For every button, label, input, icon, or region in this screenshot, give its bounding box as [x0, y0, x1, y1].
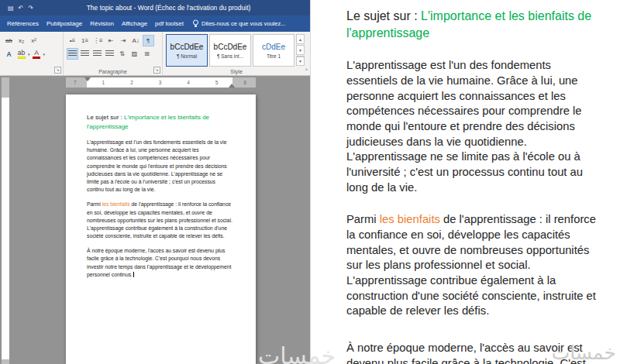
doc-p2-rest: de l'apprentissage : il renforce la conf…: [87, 201, 232, 239]
shading-button[interactable]: ▨: [129, 48, 140, 60]
doc-paragraph-1[interactable]: L'apprentissage est l'un des fondements …: [87, 139, 232, 194]
ruler-number: 4: [187, 77, 190, 88]
ruler-number: 1: [102, 77, 105, 88]
ruler-number: 5: [215, 77, 219, 88]
highlight-color-bar: [18, 57, 26, 59]
styles-gallery-scroll: ▲ ▼ ▼: [296, 34, 305, 66]
right-indent-marker[interactable]: [229, 81, 235, 88]
align-left-button[interactable]: [67, 48, 78, 60]
highlight-color-button[interactable]: ab: [16, 48, 27, 60]
undo-icon[interactable]: ↶: [19, 5, 24, 12]
show-paragraph-marks-button[interactable]: ¶: [143, 35, 154, 46]
subscript-button[interactable]: x₂: [16, 35, 27, 46]
chevron-down-icon[interactable]: ▾: [43, 52, 46, 57]
bullets-button[interactable]: •≡: [67, 35, 78, 46]
sort-button[interactable]: A↓: [130, 35, 142, 46]
styles-gallery: bCcDdEe ¶ Normal bCcDdEe ¶ Sans int... c…: [166, 34, 308, 67]
font-color-button[interactable]: A: [31, 48, 43, 60]
style-card-sans-interligne[interactable]: bCcDdEe ¶ Sans int...: [209, 34, 251, 67]
horizontal-ruler: 7 1 2 3 4 5 6: [66, 77, 256, 88]
tell-me-label: Dites-nous ce que vous voulez...: [202, 20, 285, 27]
tab-affichage[interactable]: Affichage: [118, 15, 151, 32]
doc-paragraph-3[interactable]: À notre époque moderne, l'accès au savoi…: [87, 247, 232, 279]
align-center-icon: [81, 50, 89, 57]
style-preview: bCcDdEe: [170, 43, 204, 51]
word-window: ▤ ↶ ↷ The topic about - Word (Échec de l…: [0, 0, 310, 364]
doc-paragraph-2[interactable]: Parmi les bienfaits de l'apprentissage :…: [87, 201, 232, 240]
zoom-p2-rest: de l'apprentissage : il renforce la conf…: [346, 213, 596, 317]
numbering-button[interactable]: 1≡: [79, 35, 91, 46]
zoomed-text-panel: Le sujet sur : L'importance et les bienf…: [310, 0, 620, 364]
tell-me-box[interactable]: Dites-nous ce que vous voulez...: [192, 19, 310, 28]
align-center-button[interactable]: [79, 48, 91, 60]
tab-publipostage[interactable]: Publipostage: [43, 15, 86, 32]
text-effects-button[interactable]: A: [3, 48, 15, 60]
doc-p3-text: À notre époque moderne, l'accès au savoi…: [87, 248, 231, 277]
justify-icon: [105, 50, 114, 57]
zoom-title-prefix: Le sujet sur :: [346, 9, 421, 22]
ruler-numbers: 7 1 2 3 4 5 6: [66, 77, 256, 88]
borders-button[interactable]: ⊞: [141, 48, 153, 60]
ribbon-tab-bar: Références Publipostage Révision Afficha…: [0, 15, 310, 32]
ribbon: ab x₂ x² A ab ▾ A: [0, 32, 310, 76]
lightbulb-icon: [192, 19, 199, 28]
line-spacing-button[interactable]: ⇅: [116, 48, 128, 60]
doc-title[interactable]: Le sujet sur : L'importance et les bienf…: [87, 113, 232, 132]
paragraph-group: •≡ 1≡ ⋮≡ ⇤ ⇥ A↓ ¶ ⇅ ▨ ⊞ Paragra: [64, 32, 163, 75]
increase-indent-button[interactable]: ⇥: [118, 35, 129, 46]
style-label: ¶ Normal: [177, 53, 197, 59]
ruler-number: 3: [159, 77, 162, 88]
ruler-number: 2: [130, 77, 133, 88]
doc-p2-highlight: les bienfaits: [102, 201, 130, 207]
title-bar: ▤ ↶ ↷ The topic about - Word (Échec de l…: [0, 0, 310, 15]
font-color-bar: [33, 57, 40, 59]
align-left-icon: [68, 50, 77, 57]
strikethrough-button[interactable]: ab: [3, 35, 15, 46]
superscript-button[interactable]: x²: [28, 35, 40, 46]
align-right-button[interactable]: [91, 48, 103, 60]
watermark-right: خمسات: [552, 342, 616, 364]
gallery-up-button[interactable]: ▲: [296, 34, 305, 44]
chevron-down-icon[interactable]: ▾: [28, 52, 30, 57]
styles-group-label: Style: [163, 69, 310, 74]
gallery-more-button[interactable]: ▼: [296, 56, 305, 66]
doc-title-prefix: Le sujet sur :: [87, 114, 124, 121]
indent-marker[interactable]: [84, 77, 91, 84]
tab-revision[interactable]: Révision: [86, 15, 118, 32]
paragraph-group-label: Paragraphe: [64, 69, 162, 74]
zoom-p2-highlight: les bienfaits: [380, 213, 440, 225]
style-card-normal[interactable]: bCcDdEe ¶ Normal: [166, 34, 208, 67]
styles-group: bCcDdEe ¶ Normal bCcDdEe ¶ Sans int... c…: [163, 32, 310, 75]
window-title: The topic about - Word (Échec de l'activ…: [38, 4, 299, 12]
document-page[interactable]: Le sujet sur : L'importance et les bienf…: [66, 94, 256, 364]
zoom-paragraph-2: Parmi les bienfaits de l'apprentissage :…: [346, 212, 600, 319]
quick-access-toolbar: ▤ ↶ ↷: [0, 5, 38, 12]
decrease-indent-button[interactable]: ⇤: [105, 35, 117, 46]
multilevel-list-button[interactable]: ⋮≡: [91, 35, 105, 46]
zoom-paragraph-1: L'apprentissage est l'un des fondements …: [346, 58, 600, 195]
save-icon[interactable]: ▤: [8, 5, 14, 12]
collapse-ribbon-button[interactable]: ^: [305, 67, 308, 73]
paragraph-dialog-launcher[interactable]: ↘: [153, 67, 160, 74]
style-card-titre-1[interactable]: cDdEe Titre 1: [253, 34, 294, 67]
vertical-ruler-band: [2, 98, 9, 359]
redo-icon[interactable]: ↷: [28, 5, 33, 12]
font-group: ab x₂ x² A ab ▾ A: [0, 32, 64, 75]
font-color-icon: A: [34, 50, 39, 56]
watermark-center: خمسات: [258, 342, 336, 364]
ruler-number: 7: [74, 77, 77, 88]
zoom-p2-prefix: Parmi: [346, 213, 380, 225]
align-right-icon: [93, 50, 102, 57]
gallery-down-button[interactable]: ▼: [296, 45, 305, 55]
font-dialog-launcher[interactable]: ↘: [54, 67, 61, 74]
text-effects-icon: A: [6, 51, 11, 57]
tab-pdf-toolset[interactable]: pdf toolset: [151, 15, 188, 32]
justify-button[interactable]: [104, 48, 115, 60]
text-cursor: [133, 272, 134, 277]
vertical-ruler: [2, 77, 9, 364]
style-preview: bCcDdEe: [214, 43, 247, 51]
style-label: ¶ Sans int...: [217, 53, 243, 59]
tab-references[interactable]: Références: [3, 15, 43, 32]
screenshot-root: ▤ ↶ ↷ The topic about - Word (Échec de l…: [0, 0, 620, 364]
style-label: Titre 1: [267, 53, 281, 59]
